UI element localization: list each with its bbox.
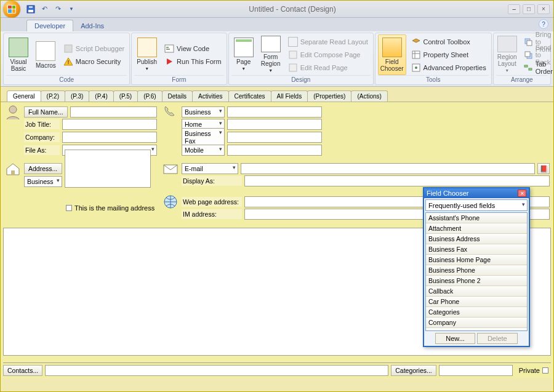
phone-business-input[interactable] (227, 106, 322, 118)
maximize-button[interactable]: □ (523, 4, 535, 14)
job-title-input[interactable] (62, 119, 157, 130)
page-button[interactable]: Page▼ (231, 34, 256, 75)
svg-point-12 (415, 66, 417, 69)
phone-icon (162, 103, 179, 121)
form-region-button[interactable]: Form Region▼ (259, 34, 283, 75)
page-tab-properties[interactable]: (Properties) (307, 90, 351, 102)
field-chooser-dialog[interactable]: Field Chooser✕ Frequently-used fields As… (423, 187, 530, 347)
email-input[interactable] (241, 163, 535, 174)
view-code-button[interactable]: View Code (162, 42, 224, 55)
field-item[interactable]: Callback (426, 286, 527, 297)
undo-icon[interactable]: ↶ (39, 4, 50, 15)
page-tab-p3[interactable]: (P.3) (65, 90, 89, 102)
bottom-bar: Contacts... Categories... Private (3, 362, 551, 376)
field-item[interactable]: Business Home Page (426, 255, 527, 265)
property-sheet-button[interactable]: Property Sheet (409, 49, 489, 61)
field-chooser-delete-button[interactable]: Delete (477, 333, 518, 344)
field-chooser-button[interactable]: Field Chooser (378, 34, 406, 75)
edit-compose-page-button[interactable]: Edit Compose Page (286, 49, 371, 61)
address-book-button[interactable]: 📕 (537, 163, 550, 174)
page-tab-activities[interactable]: Activities (192, 90, 228, 102)
script-debugger-icon (63, 44, 73, 54)
page-tab-actions[interactable]: (Actions) (351, 90, 387, 102)
region-layout-icon (497, 36, 517, 52)
mailing-address-checkbox[interactable] (66, 205, 72, 211)
contacts-button[interactable]: Contacts... (3, 365, 42, 376)
page-tab-general[interactable]: General (7, 90, 41, 102)
page-tab-details[interactable]: Details (162, 90, 193, 102)
page-tab-allfields[interactable]: All Fields (271, 90, 308, 102)
company-input[interactable] (62, 132, 157, 143)
field-item[interactable]: Attachment (426, 223, 527, 234)
group-tools: Field Chooser Control Toolbox Property S… (375, 33, 492, 85)
page-tab-p5[interactable]: (P.5) (113, 90, 138, 102)
visual-basic-button[interactable]: Visual Basic (6, 34, 31, 75)
full-name-input[interactable] (70, 106, 157, 118)
field-chooser-list[interactable]: Assistant's PhoneAttachmentBusiness Addr… (425, 212, 528, 331)
window-title: Untitled - Contact (Design) (77, 5, 508, 14)
close-button[interactable]: × (537, 4, 550, 14)
address-type-combo[interactable]: Business (24, 176, 62, 187)
macros-button[interactable]: Macros (33, 34, 58, 75)
run-form-button[interactable]: Run This Form (162, 55, 224, 68)
page-tab-p4[interactable]: (P.4) (89, 90, 113, 102)
svg-rect-10 (412, 51, 420, 58)
control-toolbox-button[interactable]: Control Toolbox (409, 36, 489, 48)
script-debugger-button[interactable]: Script Debugger (61, 42, 127, 55)
field-chooser-new-button[interactable]: New... (435, 333, 475, 344)
display-as-input[interactable] (244, 175, 550, 186)
svg-marker-7 (167, 58, 172, 65)
full-name-button[interactable]: Full Name... (24, 106, 68, 118)
categories-input[interactable] (439, 365, 513, 376)
field-item[interactable]: Business Address (426, 234, 527, 244)
redo-icon[interactable]: ↷ (52, 4, 63, 15)
page-tab-certificates[interactable]: Certificates (228, 90, 271, 102)
field-chooser-category-combo[interactable]: Frequently-used fields (425, 199, 528, 211)
phone-business-label[interactable]: Business (182, 106, 225, 118)
mailing-address-label: This is the mailing address (74, 204, 155, 212)
field-item[interactable]: Business Phone 2 (426, 276, 527, 286)
phone-home-input[interactable] (227, 119, 322, 130)
field-item[interactable]: Categories (426, 307, 527, 318)
address-button[interactable]: Address... (24, 163, 62, 174)
send-to-back-button[interactable]: Send to Back▾ (521, 49, 554, 61)
office-button[interactable] (3, 1, 20, 18)
publish-button[interactable]: Publish▼ (134, 34, 159, 75)
region-layout-button[interactable]: Region Layout▼ (496, 34, 518, 75)
field-item[interactable]: Company (426, 318, 527, 328)
field-item[interactable]: Business Phone (426, 265, 527, 276)
svg-rect-2 (29, 6, 33, 8)
field-chooser-close-button[interactable]: ✕ (518, 190, 526, 197)
macro-security-button[interactable]: !Macro Security (61, 55, 127, 68)
phone-mobile-input[interactable] (227, 145, 322, 156)
categories-button[interactable]: Categories... (391, 365, 436, 376)
svg-rect-14 (527, 41, 532, 46)
edit-read-page-button[interactable]: Edit Read Page (286, 62, 371, 74)
title-bar: ↶ ↷ ▼ Untitled - Contact (Design) ‒ □ × (1, 1, 553, 18)
field-item[interactable]: Business Fax (426, 244, 527, 255)
field-item[interactable]: Car Phone (426, 297, 527, 307)
private-checkbox[interactable] (542, 367, 548, 374)
phone-fax-label[interactable]: Business Fax (182, 128, 225, 146)
tab-order-button[interactable]: Tab Order (521, 62, 554, 74)
page-icon (234, 38, 254, 57)
save-icon[interactable] (25, 4, 36, 15)
email-label[interactable]: E-mail (182, 163, 238, 174)
tab-developer[interactable]: Developer (26, 20, 73, 31)
advanced-properties-button[interactable]: Advanced Properties (409, 62, 489, 74)
separate-read-layout-button[interactable]: Separate Read Layout (286, 36, 371, 48)
page-tab-p6[interactable]: (P.6) (137, 90, 162, 102)
page-tabstrip: General(P.2)(P.3)(P.4)(P.5)(P.6)DetailsA… (1, 88, 553, 102)
page-tab-p2[interactable]: (P.2) (41, 90, 65, 102)
minimize-button[interactable]: ‒ (508, 4, 520, 14)
field-item[interactable]: Assistant's Phone (426, 213, 527, 223)
help-icon[interactable]: ? (539, 19, 548, 29)
qat-dropdown-icon[interactable]: ▼ (66, 4, 77, 15)
im-label: IM address: (182, 209, 242, 219)
field-chooser-titlebar[interactable]: Field Chooser✕ (424, 188, 529, 198)
phone-mobile-label[interactable]: Mobile (182, 145, 225, 156)
phone-fax-input[interactable] (227, 132, 322, 143)
tab-addins[interactable]: Add-Ins (73, 20, 111, 31)
contacts-input[interactable] (45, 365, 388, 376)
address-input[interactable] (65, 150, 151, 188)
